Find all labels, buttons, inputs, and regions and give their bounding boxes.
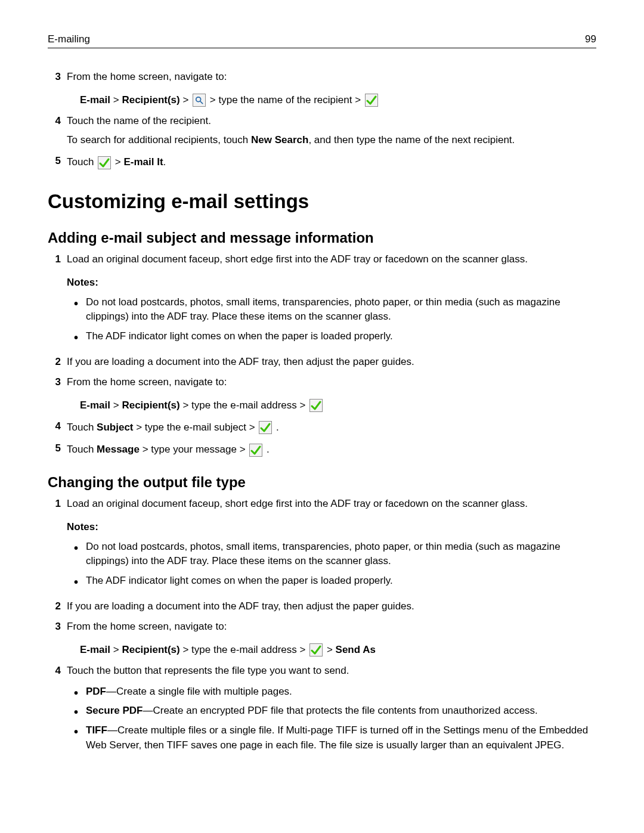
page: E-mailing 99 3 From the home screen, nav… [0,0,644,833]
send-as-label: Send As [336,644,376,655]
step-number: 3 [48,620,61,634]
checkmark-icon [98,156,111,169]
path-recipients: Recipient(s) [122,400,179,411]
note-item: Do not load postcards, photos, small ite… [73,540,596,569]
heading-changing-output: Changing the output file type [48,474,596,491]
step-text: From the home screen, navigate to: [67,620,596,634]
step-subtext: To search for additional recipients, tou… [67,133,596,148]
step-text: If you are loading a document into the A… [67,355,596,370]
checkmark-icon [365,94,378,107]
path-recipients: Recipient(s) [122,94,179,106]
page-header: E-mailing 99 [48,33,596,48]
checkmark-icon [249,444,262,457]
step-number: 4 [48,114,61,129]
search-icon [193,94,206,107]
notes-list: Do not load postcards, photos, small ite… [73,295,596,344]
step-number: 4 [48,664,61,679]
note-item: Do not load postcards, photos, small ite… [73,295,596,324]
new-search-label: New Search [251,134,308,145]
checkmark-icon [309,643,323,657]
step-number: 3 [48,70,61,85]
steps-continued: 3 From the home screen, navigate to: E‑m… [48,70,596,170]
header-page-number: 99 [585,33,596,45]
filetype-item: Secure PDF—Create an encrypted PDF file … [73,704,596,719]
note-item: The ADF indicator light comes on when th… [73,574,596,589]
step-number: 4 [48,419,61,434]
step-number: 5 [48,441,61,456]
path-email: E‑mail [80,400,110,411]
step-text: From the home screen, navigate to: [67,70,596,85]
heading-adding-subject: Adding e‑mail subject and message inform… [48,230,596,246]
step-text: Touch the button that represents the fil… [67,664,596,679]
step-text: Load an original document faceup, short … [67,252,596,267]
step-text: Touch [67,156,97,168]
filetype-list: PDF—Create a single file with multiple p… [73,685,596,753]
step-number: 2 [48,355,61,370]
filetype-item: TIFF—Create multiple files or a single f… [73,723,596,753]
checkmark-icon [259,421,272,434]
svg-line-1 [200,101,203,104]
step-number: 1 [48,497,61,512]
checkmark-icon [309,399,323,412]
filetype-name: Secure PDF [86,705,143,716]
step-text: If you are loading a document into the A… [67,599,596,614]
path-email: E‑mail [80,644,110,655]
filetype-name: PDF [86,686,106,697]
notes-list: Do not load postcards, photos, small ite… [73,540,596,589]
header-section: E-mailing [48,33,90,45]
step-number: 2 [48,599,61,614]
step-number: 5 [48,154,61,169]
svg-point-0 [196,97,201,102]
message-label: Message [97,444,140,455]
path-recipients: Recipient(s) [122,644,179,655]
steps-section-a: 1 Load an original document faceup, shor… [48,252,596,457]
nav-path: E‑mail > Recipient(s) > type the e‑mail … [80,397,596,413]
steps-section-b: 1 Load an original document faceup, shor… [48,497,596,757]
notes-label: Notes: [67,275,596,290]
nav-path: E‑mail > Recipient(s) > > type the name … [80,92,596,108]
nav-path: E‑mail > Recipient(s) > type the e‑mail … [80,642,596,658]
step-text: Load an original document faceup, short … [67,497,596,512]
step-number: 1 [48,252,61,267]
notes-label: Notes: [67,520,596,535]
subject-label: Subject [97,422,133,433]
heading-customizing: Customizing e‑mail settings [48,190,596,213]
note-item: The ADF indicator light comes on when th… [73,329,596,344]
filetype-item: PDF—Create a single file with multiple p… [73,685,596,699]
step-number: 3 [48,375,61,390]
step-text: From the home screen, navigate to: [67,375,596,390]
step-text: Touch the name of the recipient. [67,114,596,129]
path-email: E‑mail [80,94,110,106]
email-it-label: E‑mail It [123,156,163,168]
filetype-name: TIFF [86,724,107,736]
